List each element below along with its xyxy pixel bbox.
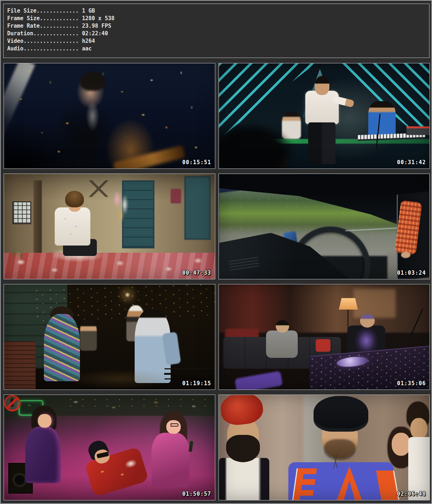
singer-shirt (305, 91, 339, 124)
info-label: Duration (7, 30, 33, 37)
info-dots: ................. (23, 38, 79, 44)
keyboardist-figure (368, 101, 396, 139)
singer-head (315, 76, 329, 95)
timestamp: 01:50:57 (182, 491, 211, 497)
neck-tattoo (328, 454, 343, 469)
round-glasses (167, 423, 179, 427)
man-hair (65, 191, 84, 208)
synth-module (406, 126, 429, 135)
video-screenshot-3: 00:47:33 (4, 174, 215, 279)
video-screenshot-7: ALCOHOL CONSUMPTION IS IN 01:50:57 (4, 395, 215, 500)
info-value: 23.98 FPS (82, 23, 111, 29)
file-info-box: File Size.............1 GB Frame Size...… (3, 4, 429, 58)
video-screenshot-4: 01:03:24 (219, 174, 430, 279)
info-value: h264 (82, 38, 95, 44)
warm-window (354, 289, 396, 318)
timestamp: 00:15:51 (182, 159, 211, 166)
media-info-sheet: { "page": { "background": "#2d2d2d", "fr… (0, 0, 432, 504)
woman-magenta-top (152, 433, 189, 487)
wood-pillar (33, 180, 42, 258)
file-info-row: Frame Rate............23.98 FPS (7, 22, 429, 30)
info-value: aac (82, 45, 92, 52)
video-screenshot-6: 01:35:06 (219, 284, 430, 390)
turban-man-beard (226, 435, 260, 462)
singer-pants (308, 122, 336, 165)
red-pillow (316, 339, 330, 352)
info-label: Frame Rate (7, 23, 40, 29)
window (12, 201, 31, 224)
video-screenshot-5: 01:19:15 (4, 284, 215, 390)
screenshot-grid: 00:15:51 00:31:42 (4, 63, 430, 500)
timestamp: 01:19:15 (182, 380, 211, 387)
info-label: File Size (7, 8, 36, 14)
man-white-shirt (55, 207, 91, 245)
video-screenshot-8: 02:06:48 (219, 395, 430, 500)
file-info-row: Frame Size............1280 x 538 (7, 15, 429, 22)
man1-head (276, 320, 289, 333)
file-info-row: Audio.................aac (7, 45, 429, 53)
black-beanie (314, 396, 368, 432)
timestamp: 00:47:33 (182, 270, 211, 276)
info-label: Audio (7, 45, 23, 52)
floor-lamp (339, 298, 358, 310)
plant (8, 246, 25, 262)
hanging-clothes (112, 189, 131, 224)
teal-door-right (184, 176, 210, 240)
woman-right-face (166, 420, 181, 434)
confetti-layer (4, 63, 215, 168)
info-label: Frame Size (7, 15, 40, 22)
info-dots: ............ (40, 15, 78, 22)
timestamp: 01:03:24 (397, 270, 426, 276)
video-screenshot-2: 00:31:42 (219, 63, 430, 169)
info-label: Video (7, 38, 23, 44)
timestamp: 00:31:42 (397, 159, 426, 166)
video-screenshot-1: 00:15:51 (4, 63, 215, 169)
woman-purple-hoodie (25, 427, 61, 483)
info-dots: ............ (40, 23, 78, 29)
man-gray-sweatshirt (266, 330, 298, 358)
file-info-row: Duration..............02:22:40 (7, 30, 429, 37)
woman-left-face (38, 414, 51, 428)
file-info-row: Video.................h264 (7, 37, 429, 45)
woman-face (392, 433, 411, 456)
info-value: 02:22:40 (82, 30, 108, 37)
man2-head (360, 314, 375, 328)
no-alcohol-icon (4, 395, 21, 411)
string-lights (67, 397, 211, 410)
info-value: 1280 x 538 (82, 15, 114, 22)
info-dots: .............. (33, 30, 78, 37)
ground-glow (67, 369, 173, 390)
young-man-face (410, 418, 427, 439)
brick-wall (4, 341, 36, 390)
green-stage-light (269, 139, 429, 144)
timestamp: 02:06:48 (397, 491, 426, 497)
lattice-frame (84, 180, 113, 197)
wall-hanging (171, 189, 181, 203)
info-dots: ............. (36, 8, 78, 14)
studio-back-wall (219, 284, 430, 333)
info-dots: ................. (23, 45, 79, 52)
guitarist-figure (80, 319, 97, 351)
info-value: 1 GB (82, 8, 95, 14)
file-info-row: File Size.............1 GB (7, 7, 429, 15)
timestamp: 01:35:06 (397, 380, 426, 387)
turban-man-shirt (219, 458, 270, 500)
